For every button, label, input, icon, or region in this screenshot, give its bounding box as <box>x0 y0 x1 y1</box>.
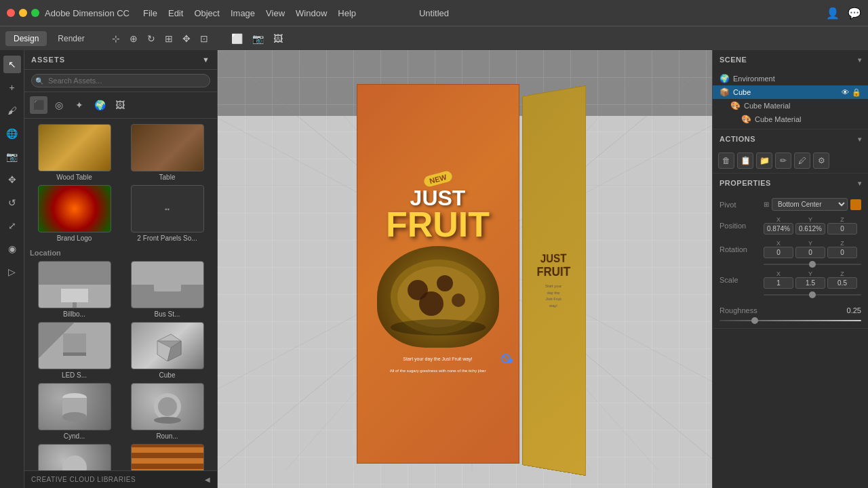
menu-file[interactable]: File <box>143 8 157 18</box>
paint-btn[interactable]: 🖌 <box>3 102 21 119</box>
select-tool-btn[interactable]: ↖ <box>3 56 21 73</box>
actions-header[interactable]: ACTIONS ▾ <box>713 129 868 148</box>
pos-y-input[interactable] <box>795 223 825 235</box>
asset-bus-stop-label: Bus St... <box>155 310 180 318</box>
search-input[interactable] <box>31 74 210 87</box>
roughness-thumb[interactable] <box>751 317 758 324</box>
scene-item-cube-material-2[interactable]: 🎨 Cube Material <box>713 113 868 126</box>
asset-front-panels-label: 2 Front Panels So... <box>137 235 197 242</box>
asset-cylinder-label: Cynd... <box>64 432 85 440</box>
env-btn[interactable]: 🌐 <box>3 125 21 142</box>
tab-lights[interactable]: ✦ <box>71 96 88 114</box>
properties-chevron: ▾ <box>858 180 862 187</box>
lock-icon[interactable]: 🔒 <box>852 88 861 97</box>
scale-y-input[interactable] <box>795 277 825 289</box>
transform-tool[interactable]: ⊕ <box>127 32 140 45</box>
asset-front-panels[interactable]: ▪▪ 2 Front Panels So... <box>123 185 212 242</box>
asset-wood-table[interactable]: Wood Table <box>30 124 119 181</box>
scale-slider-thumb[interactable] <box>809 291 816 298</box>
delete-btn[interactable]: 🗑 <box>718 152 734 169</box>
scene-item-cube-material[interactable]: 🎨 Cube Material <box>713 99 868 113</box>
svg-rect-5 <box>63 352 86 356</box>
frame-tool[interactable]: ⬜ <box>229 32 245 45</box>
cc-toggle[interactable]: ◀ <box>205 476 211 483</box>
asset-round-lg[interactable]: Roun... <box>123 383 212 440</box>
camera-tool[interactable]: 📷 <box>250 32 267 45</box>
scale-slider[interactable] <box>764 294 861 296</box>
visibility-icon[interactable]: 👁 <box>842 88 849 97</box>
add-object-btn[interactable]: + <box>3 79 21 96</box>
properties-header[interactable]: PROPERTIES ▾ <box>713 174 868 192</box>
minimize-button[interactable] <box>19 9 27 17</box>
pos-z-input[interactable] <box>827 223 857 235</box>
zoom-tool[interactable]: ⊡ <box>197 32 211 45</box>
tab-render[interactable]: Render <box>50 31 92 46</box>
tab-design[interactable]: Design <box>5 31 47 46</box>
assets-expand-icon[interactable]: ▼ <box>202 56 210 64</box>
cereal-box[interactable]: NEW JUST FRUIT St <box>357 84 574 464</box>
asset-round-sm[interactable]: Roun... <box>30 444 119 470</box>
profile-icon[interactable]: 👤 <box>826 7 840 20</box>
tab-materials-assets[interactable]: ◎ <box>50 96 68 114</box>
group-btn[interactable]: 📁 <box>756 152 772 169</box>
asset-brand-logo[interactable]: Brand Logo <box>30 185 119 242</box>
maximize-button[interactable] <box>31 9 39 17</box>
pivot-color[interactable] <box>850 199 861 210</box>
pos-x-input[interactable] <box>764 223 793 235</box>
tab-images[interactable]: 🖼 <box>111 96 129 114</box>
pan-tool[interactable]: ✥ <box>180 32 193 45</box>
scene-item-environment[interactable]: 🌍 Environment <box>713 72 868 85</box>
svg-rect-3 <box>154 291 181 295</box>
scene-item-cube[interactable]: 📦 Cube 👁 🔒 <box>713 85 868 99</box>
rotate-tool[interactable]: ↻ <box>144 32 158 45</box>
close-button[interactable] <box>7 9 15 17</box>
toolbar-tools: ⊹ ⊕ ↻ ⊞ ✥ ⊡ ⬜ 📷 🖼 <box>109 32 285 45</box>
tab-environment-assets[interactable]: 🌍 <box>91 96 108 114</box>
menu-view[interactable]: View <box>266 8 285 18</box>
asset-table[interactable]: Table <box>123 124 212 181</box>
chat-icon[interactable]: 💬 <box>848 7 861 20</box>
position-label: Position <box>719 222 764 230</box>
asset-led[interactable]: LED S... <box>30 322 119 379</box>
menu-object[interactable]: Object <box>194 8 220 18</box>
pivot-select[interactable]: Bottom Center <box>772 198 848 211</box>
rotation-slider[interactable] <box>764 264 861 265</box>
asset-bus-stop[interactable]: Bus St... <box>123 261 212 318</box>
select-tool[interactable]: ⊹ <box>109 32 123 45</box>
asset-cube[interactable]: Cube <box>123 322 212 379</box>
camera-view-btn[interactable]: 📷 <box>3 148 21 165</box>
asset-bricks[interactable]: Bricks <box>123 444 212 470</box>
render-preview[interactable]: 🖼 <box>271 32 285 45</box>
rotation-slider-thumb[interactable] <box>809 261 816 268</box>
pen-btn[interactable]: 🖊 <box>794 152 810 169</box>
settings-btn[interactable]: ⚙ <box>813 152 829 169</box>
scene-header[interactable]: SCENE ▾ <box>713 50 868 69</box>
canvas-area[interactable]: NEW JUST FRUIT St <box>218 50 712 488</box>
menu-help[interactable]: Help <box>338 8 356 18</box>
search-bar <box>24 70 217 92</box>
menu-edit[interactable]: Edit <box>168 8 183 18</box>
canvas-background: NEW JUST FRUIT St <box>218 50 712 488</box>
rotate-left-btn[interactable]: ↺ <box>3 194 21 211</box>
render-btn[interactable]: ▷ <box>3 263 21 281</box>
roughness-slider[interactable] <box>719 320 861 321</box>
scale-z-input[interactable] <box>827 277 857 289</box>
svg-point-37 <box>419 291 443 316</box>
scale-row: Scale X Y Z <box>719 270 861 289</box>
rot-y-input[interactable] <box>795 247 825 258</box>
scale-tool[interactable]: ⊞ <box>162 32 176 45</box>
tab-models[interactable]: ⬛ <box>30 96 47 114</box>
material-btn[interactable]: ◉ <box>3 240 21 258</box>
pivot-label: Pivot <box>719 201 764 209</box>
menu-window[interactable]: Window <box>296 8 327 18</box>
menu-image[interactable]: Image <box>231 8 255 18</box>
rot-z-input[interactable] <box>827 247 857 258</box>
edit-btn[interactable]: ✏ <box>775 152 791 169</box>
scale-btn[interactable]: ⤢ <box>3 217 21 235</box>
rot-x-input[interactable] <box>764 247 793 258</box>
move-btn[interactable]: ✥ <box>3 171 21 188</box>
asset-cylinder[interactable]: Cynd... <box>30 383 119 440</box>
duplicate-btn[interactable]: 📋 <box>737 152 753 169</box>
asset-billboard[interactable]: Billbo... <box>30 261 119 318</box>
scale-x-input[interactable] <box>764 277 793 289</box>
